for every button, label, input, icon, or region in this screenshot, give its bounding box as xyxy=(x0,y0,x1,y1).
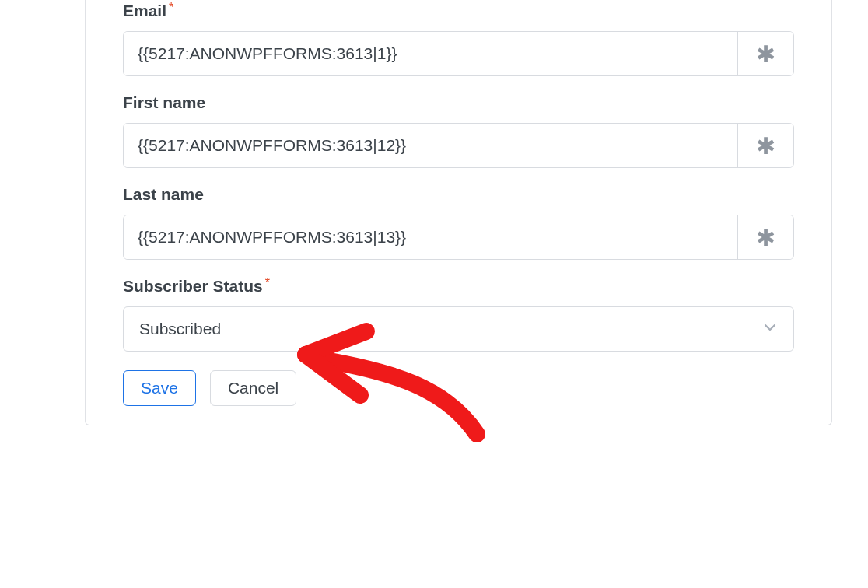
smart-tag-icon[interactable]: ✱ xyxy=(737,124,793,167)
chevron-down-icon xyxy=(762,320,778,338)
subscriber-status-field-group: Subscriber Status* Subscribed xyxy=(123,277,794,352)
required-indicator: * xyxy=(265,276,270,289)
first-name-input-row: ✱ xyxy=(123,123,794,168)
last-name-field-group: Last name ✱ xyxy=(123,185,794,260)
required-indicator: * xyxy=(169,1,173,14)
email-input-row: ✱ xyxy=(123,31,794,76)
email-input[interactable] xyxy=(124,32,737,75)
first-name-label: First name xyxy=(123,93,205,112)
button-row: Save Cancel xyxy=(123,370,794,406)
subscriber-status-label: Subscriber Status xyxy=(123,277,263,296)
smart-tag-icon[interactable]: ✱ xyxy=(737,215,793,259)
first-name-input[interactable] xyxy=(124,124,737,167)
subscriber-status-value: Subscribed xyxy=(139,320,762,338)
subscriber-status-select[interactable]: Subscribed xyxy=(123,306,794,352)
form-panel: Email* ✱ First name ✱ Last name ✱ Subscr… xyxy=(85,0,832,425)
email-label: Email xyxy=(123,2,166,20)
cancel-button[interactable]: Cancel xyxy=(210,370,296,406)
last-name-input-row: ✱ xyxy=(123,215,794,260)
smart-tag-icon[interactable]: ✱ xyxy=(737,32,793,75)
first-name-field-group: First name ✱ xyxy=(123,93,794,168)
last-name-input[interactable] xyxy=(124,215,737,259)
save-button[interactable]: Save xyxy=(123,370,196,406)
email-field-group: Email* ✱ xyxy=(123,0,794,76)
last-name-label: Last name xyxy=(123,185,204,204)
